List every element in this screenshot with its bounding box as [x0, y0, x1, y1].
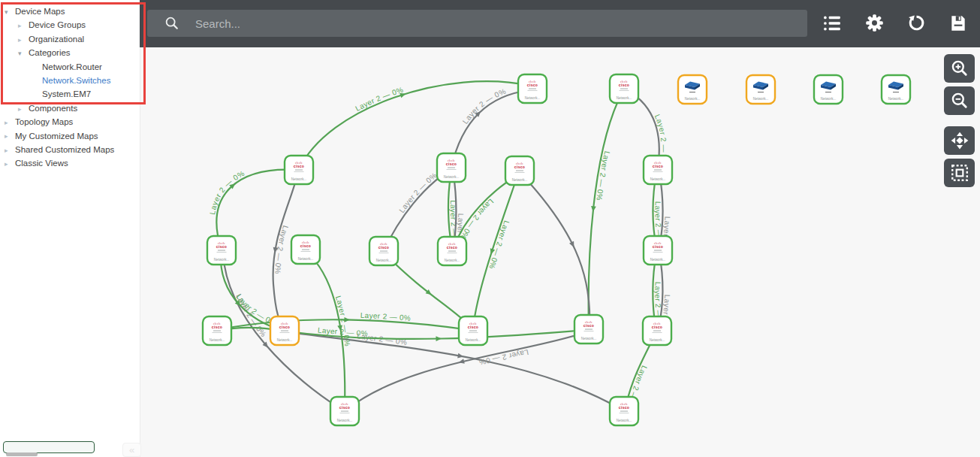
sidebar-item-label: Shared Customized Maps [15, 145, 114, 154]
tree-collapsed-arrow-icon[interactable]: ▸ [5, 129, 15, 143]
device-node-node-e2[interactable]: ıIııIıciscoNetwork... [610, 397, 638, 425]
cisco-logo-text: cisco [446, 162, 457, 166]
tree-expanded-arrow-icon[interactable]: ▾ [18, 47, 29, 60]
sidebar-item-classic-views[interactable]: ▸Classic Views [0, 156, 140, 170]
sidebar-item-device-groups[interactable]: ▸Device Groups [0, 18, 140, 32]
device-node-node-b2[interactable]: ıIııIıciscoNetwork... [437, 153, 466, 182]
sidebar-scrollbar-thumb[interactable] [6, 452, 38, 456]
map-canvas[interactable]: Layer 2 — 0%Layer 2 — 0%Layer 2 — 0%Laye… [0, 0, 980, 457]
cisco-logo-text: cisco [378, 245, 389, 250]
node-caption: Network... [685, 97, 701, 101]
device-node-node-c5[interactable]: ıIııIıciscoNetwork... [644, 236, 672, 265]
settings-gear-icon [864, 13, 885, 33]
node-caption: Network... [650, 338, 665, 342]
sidebar-item-network-switches[interactable]: Network.Switches [0, 74, 140, 87]
device-node-node-b3[interactable]: ıIııIıciscoNetwork... [505, 156, 534, 185]
node-caption: Network... [277, 338, 293, 342]
settings-button[interactable] [863, 13, 885, 35]
list-view-button[interactable] [821, 13, 843, 35]
save-button[interactable] [947, 13, 969, 35]
device-node-node-e1[interactable]: ıIııIıciscoNetwork... [330, 397, 359, 425]
device-node-node-c3[interactable]: ıIııIıciscoNetwork... [369, 237, 398, 265]
cisco-logo-text: cisco [619, 83, 629, 87]
sidebar-item-device-maps[interactable]: ▾Device Maps [0, 5, 140, 18]
tree-collapsed-arrow-icon[interactable]: ▸ [18, 19, 29, 32]
zoom-in-button[interactable] [944, 54, 975, 83]
zoom-out-button[interactable] [944, 86, 975, 115]
sidebar-item-system-em7[interactable]: System.EM7 [0, 87, 140, 101]
device-node-node-d4[interactable]: ıIııIıciscoNetwork... [574, 315, 603, 344]
tree-collapsed-arrow-icon[interactable]: ▸ [5, 144, 15, 157]
sidebar-item-label: Classic Views [15, 159, 68, 168]
tree-collapsed-arrow-icon[interactable]: ▸ [5, 116, 15, 129]
sidebar-item-label: Components [29, 104, 77, 113]
device-node-node-b1[interactable]: ıIııIıciscoNetwork... [285, 156, 313, 184]
sidebar-item-network-router[interactable]: Network.Router [0, 60, 140, 74]
device-node-node-d2[interactable]: ıIııIıciscoNetwork... [270, 316, 299, 345]
fit-selection-icon [950, 163, 969, 183]
node-caption: Network... [821, 97, 837, 101]
node-caption: Network... [210, 338, 225, 342]
sidebar-item-my-customized-maps[interactable]: ▸My Customized Maps [0, 129, 140, 143]
sidebar-collapse-button[interactable]: « [122, 443, 141, 457]
device-node-switch-3[interactable]: Network... [814, 75, 843, 104]
device-node-switch-1[interactable]: Network... [678, 75, 707, 104]
sidebar-item-categories[interactable]: ▾Categories [0, 46, 140, 59]
search-field[interactable] [147, 10, 807, 37]
refresh-button[interactable] [905, 13, 927, 35]
device-node-node-d3[interactable]: ıIııIıciscoNetwork... [459, 316, 487, 345]
search-input[interactable] [194, 17, 807, 31]
tree-collapsed-arrow-icon[interactable]: ▸ [5, 157, 15, 171]
sidebar-item-organizational[interactable]: ▸Organizational [0, 32, 140, 46]
device-node-node-d5[interactable]: ıIııIıciscoNetwork... [643, 316, 671, 345]
topology-map: Layer 2 — 0%Layer 2 — 0%Layer 2 — 0%Laye… [0, 0, 980, 457]
sidebar-filter-input[interactable] [3, 441, 95, 453]
map-edge[interactable] [521, 174, 590, 326]
refresh-icon [906, 13, 927, 33]
sidebar-item-components[interactable]: ▸Components [0, 101, 140, 115]
sidebar-item-topology-maps[interactable]: ▸Topology Maps [0, 115, 140, 129]
cisco-logo-text: cisco [468, 325, 478, 329]
sidebar-item-label: Organizational [29, 35, 84, 44]
device-node-node-c4[interactable]: ıIııIıciscoNetwork... [438, 237, 466, 265]
edge-label: Layer 2 — 0% [397, 171, 439, 214]
search-icon [164, 15, 180, 32]
device-node-node-c2[interactable]: ıIııIıciscoNetwork... [291, 235, 320, 264]
tree-collapsed-arrow-icon[interactable]: ▸ [18, 33, 29, 47]
device-node-node-b4[interactable]: ıIııIıciscoNetwork... [644, 156, 672, 184]
node-caption: Network... [617, 96, 632, 100]
sidebar-item-label: My Customized Maps [15, 132, 98, 141]
edge-direction-arrow [436, 336, 442, 341]
zoom-in-icon [950, 59, 969, 78]
device-node-node-d1[interactable]: ıIııIıciscoNetwork... [203, 316, 231, 345]
cisco-logo-text: cisco [447, 245, 457, 250]
tree-collapsed-arrow-icon[interactable]: ▸ [18, 102, 29, 116]
sidebar-item-label: Device Groups [29, 20, 86, 29]
edge-label: Layer 2 — 0% [461, 87, 507, 126]
pan-button[interactable] [944, 126, 975, 155]
edge-label: Layer 2 — 0% [478, 348, 529, 367]
node-caption: Network... [581, 337, 597, 340]
sidebar-item-label: Network.Switches [42, 76, 110, 85]
node-caption: Network... [445, 259, 460, 262]
device-node-switch-4[interactable]: Network... [882, 75, 910, 104]
device-node-router-2[interactable]: ıIııIıciscoNetwork... [610, 74, 638, 103]
fit-selection-button[interactable] [944, 159, 975, 187]
cisco-logo-text: cisco [653, 244, 663, 249]
node-caption: Network... [525, 96, 541, 100]
save-icon [948, 14, 968, 33]
node-caption: Network... [753, 97, 769, 101]
sidebar-item-label: Topology Maps [15, 117, 73, 126]
tree-expanded-arrow-icon[interactable]: ▾ [5, 5, 15, 19]
cisco-logo-text: cisco [583, 323, 594, 328]
edge-direction-arrow [569, 241, 576, 249]
sidebar-item-shared-customized-maps[interactable]: ▸Shared Customized Maps [0, 143, 140, 156]
device-node-router-1[interactable]: ıIııIıciscoNetwork... [518, 74, 547, 103]
cisco-logo-text: cisco [339, 405, 350, 410]
sidebar-item-label: Device Maps [15, 7, 65, 16]
device-node-switch-2[interactable]: Network... [746, 75, 775, 104]
node-caption: Network... [617, 419, 632, 422]
device-node-node-c1[interactable]: ıIııIıciscoNetwork... [207, 236, 236, 265]
node-caption: Network... [650, 258, 666, 262]
list-view-icon [822, 14, 842, 33]
